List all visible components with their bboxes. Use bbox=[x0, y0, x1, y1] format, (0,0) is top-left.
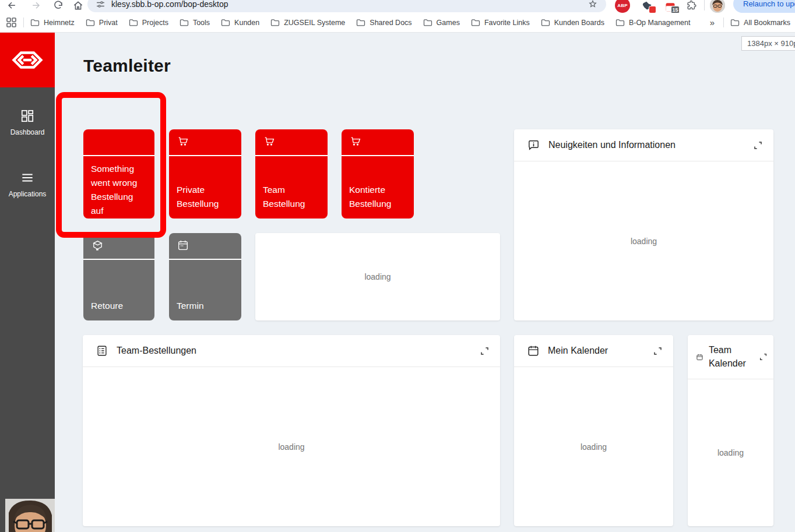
bookmarks-overflow-chevron[interactable]: » bbox=[708, 17, 717, 27]
extensions-puzzle-icon[interactable] bbox=[685, 0, 697, 11]
card-header: Team Kalender bbox=[688, 335, 773, 379]
bookmark-folder-kunden-boards[interactable]: Kunden Boards bbox=[541, 18, 604, 27]
expand-icon[interactable] bbox=[759, 353, 768, 361]
calendar-icon bbox=[527, 344, 540, 357]
sidebar-item-label: Applications bbox=[9, 190, 47, 198]
bookmark-folder-b-op-management[interactable]: B-Op Management bbox=[615, 18, 691, 27]
tile-label: Private Bestellung bbox=[169, 156, 241, 219]
extension-icon[interactable] bbox=[640, 0, 655, 13]
bookmark-folder-kunden[interactable]: Kunden bbox=[221, 18, 259, 27]
folder-icon bbox=[356, 18, 365, 27]
user-photo-avatar[interactable] bbox=[5, 499, 55, 532]
loading-text: loading bbox=[278, 442, 304, 452]
tile-termin[interactable]: Termin bbox=[169, 233, 241, 320]
apps-grid-icon[interactable] bbox=[6, 17, 17, 28]
tile-retoure[interactable]: Retoure bbox=[83, 233, 154, 320]
card-body: loading bbox=[688, 379, 773, 526]
loading-text: loading bbox=[581, 442, 607, 452]
profile-avatar[interactable] bbox=[710, 0, 725, 13]
folder-icon bbox=[30, 18, 40, 27]
all-bookmarks-label: All Bookmarks bbox=[744, 19, 790, 27]
relaunch-to-update-button[interactable]: Relaunch to update bbox=[733, 0, 795, 13]
sbb-logo[interactable] bbox=[0, 33, 55, 87]
bookmark-folder-projects[interactable]: Projects bbox=[129, 18, 168, 27]
tile-bestellung-error[interactable]: Something went wrong Bestellung auf bbox=[83, 129, 154, 219]
bookmark-folder-games[interactable]: Games bbox=[423, 18, 460, 27]
tile-icon-area bbox=[169, 233, 241, 259]
bookmark-label: ZUGSEIL Systeme bbox=[284, 19, 345, 27]
tile-label: Retoure bbox=[83, 260, 154, 320]
extension-adblock-icon[interactable]: ABP bbox=[615, 0, 630, 13]
bookmarks-bar: Heimnetz Privat Projects Tools Kunden ZU… bbox=[0, 13, 795, 33]
tile-label: Something went wrong Bestellung auf bbox=[83, 156, 154, 219]
bookmark-label: Heimnetz bbox=[44, 19, 75, 27]
calendar-icon bbox=[696, 352, 703, 362]
bookmark-star-icon[interactable] bbox=[588, 0, 598, 9]
folder-icon bbox=[180, 18, 189, 27]
tune-icon[interactable] bbox=[96, 0, 105, 9]
bop-desktop-page: Dashboard Applications bbox=[0, 33, 795, 532]
card-header: Mein Kalender bbox=[514, 335, 673, 367]
expand-icon[interactable] bbox=[480, 346, 490, 356]
folder-icon bbox=[423, 18, 432, 27]
cart-icon bbox=[263, 135, 276, 148]
folder-icon bbox=[471, 18, 480, 27]
folder-icon bbox=[730, 18, 740, 27]
card-body: loading bbox=[514, 367, 673, 526]
folder-icon bbox=[86, 18, 95, 27]
card-body: loading bbox=[83, 367, 500, 526]
card-title: Team-Bestellungen bbox=[117, 344, 196, 357]
url-bar[interactable]: klesy.sbb.b-op.com/bop-desktop bbox=[87, 0, 606, 12]
folder-icon bbox=[615, 18, 625, 27]
loading-text: loading bbox=[717, 448, 744, 457]
extension-calendar-icon[interactable]: 15 bbox=[663, 0, 678, 13]
folder-icon bbox=[129, 18, 138, 27]
sbb-double-arrow-icon bbox=[10, 50, 44, 71]
bookmark-folder-favorite-links[interactable]: Favorite Links bbox=[471, 18, 530, 27]
all-bookmarks-button[interactable]: All Bookmarks bbox=[730, 18, 790, 27]
browser-window: klesy.sbb.b-op.com/bop-desktop ABP 15 Re… bbox=[0, 0, 795, 532]
expand-icon[interactable] bbox=[653, 346, 663, 356]
back-icon[interactable] bbox=[6, 0, 17, 12]
tile-icon-area bbox=[169, 129, 241, 155]
bookmarks-separator bbox=[23, 17, 24, 27]
bookmark-folder-zugseil-systeme[interactable]: ZUGSEIL Systeme bbox=[270, 18, 345, 27]
bookmarks-right-group: » All Bookmarks bbox=[708, 17, 790, 27]
bookmark-label: Games bbox=[437, 19, 460, 27]
bookmark-label: Tools bbox=[193, 19, 210, 27]
relaunch-label: Relaunch to update bbox=[743, 0, 795, 8]
card-mein-kalender: Mein Kalender loading bbox=[514, 335, 673, 526]
bookmark-label: Favorite Links bbox=[484, 19, 530, 27]
card-team-bestellungen: Team-Bestellungen loading bbox=[83, 335, 500, 526]
bookmark-folder-shared-docs[interactable]: Shared Docs bbox=[356, 18, 411, 27]
expand-icon[interactable] bbox=[753, 140, 763, 150]
applications-menu-icon bbox=[20, 170, 35, 185]
bookmark-folder-privat[interactable]: Privat bbox=[86, 18, 118, 27]
bookmark-folder-tools[interactable]: Tools bbox=[180, 18, 210, 27]
browser-toolbar: klesy.sbb.b-op.com/bop-desktop ABP 15 Re… bbox=[0, 0, 795, 13]
card-title: Team Kalender bbox=[709, 344, 754, 370]
viewport-size-tooltip: 1384px × 910px bbox=[741, 36, 795, 51]
card-header: Neuigkeiten und Informationen bbox=[514, 129, 773, 161]
bookmark-label: B-Op Management bbox=[629, 19, 691, 27]
bookmark-folder-heimnetz[interactable]: Heimnetz bbox=[30, 18, 75, 27]
forward-icon[interactable] bbox=[30, 0, 42, 12]
tile-icon-area bbox=[83, 129, 154, 155]
home-icon[interactable] bbox=[72, 0, 84, 12]
app-sidebar: Dashboard Applications bbox=[0, 33, 55, 532]
tile-team-bestellung[interactable]: Team Bestellung bbox=[255, 129, 328, 219]
folder-icon bbox=[270, 18, 280, 27]
abp-label: ABP bbox=[617, 3, 628, 8]
cart-icon bbox=[349, 135, 362, 148]
tile-private-bestellung[interactable]: Private Bestellung bbox=[169, 129, 241, 219]
card-news: Neuigkeiten und Informationen loading bbox=[514, 129, 773, 320]
url-text[interactable]: klesy.sbb.b-op.com/bop-desktop bbox=[111, 0, 228, 9]
bookmark-label: Kunden Boards bbox=[554, 19, 604, 27]
loading-text: loading bbox=[364, 272, 391, 281]
tile-kontierte-bestellung[interactable]: Kontierte Bestellung bbox=[342, 129, 414, 219]
sidebar-item-applications[interactable]: Applications bbox=[0, 170, 55, 198]
sidebar-item-dashboard[interactable]: Dashboard bbox=[0, 108, 55, 136]
reload-icon[interactable] bbox=[52, 0, 64, 12]
card-header: Team-Bestellungen bbox=[83, 335, 500, 367]
tile-label: Termin bbox=[169, 260, 241, 320]
